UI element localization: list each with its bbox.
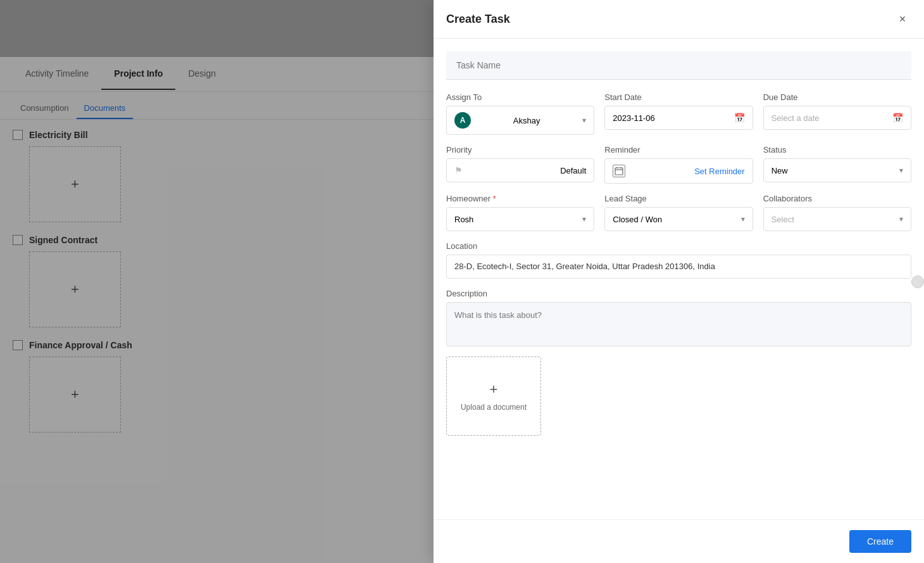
collaborators-placeholder: Select [771, 215, 794, 224]
close-button[interactable]: × [894, 10, 911, 28]
assign-to-label: Assign To [446, 92, 594, 102]
priority-group: Priority ⚑ Default [446, 145, 594, 184]
calendar-icon: 📅 [734, 113, 745, 123]
modal-header: Create Task × [434, 0, 924, 39]
start-date-label: Start Date [604, 92, 752, 102]
due-date-input[interactable]: Select a date 📅 [763, 106, 911, 130]
status-group: Status New ▾ [763, 145, 911, 184]
reminder-control[interactable]: Set Reminder [604, 158, 752, 184]
modal-overlay [0, 0, 434, 563]
description-textarea[interactable] [446, 302, 911, 346]
modal-body: Assign To A Akshay ▾ Start Date 2023-11-… [434, 39, 924, 519]
reminder-label: Reminder [604, 145, 752, 155]
lead-stage-value: Closed / Won [613, 215, 662, 224]
lead-stage-dropdown[interactable]: Closed / Won ▾ [604, 207, 752, 231]
lead-stage-label: Lead Stage [604, 194, 752, 203]
priority-label: Priority [446, 145, 594, 155]
priority-dropdown[interactable]: ⚑ Default [446, 158, 594, 182]
status-dropdown[interactable]: New ▾ [763, 158, 911, 182]
reminder-value[interactable]: Set Reminder [694, 167, 744, 176]
collaborators-dropdown[interactable]: Select ▾ [763, 207, 911, 231]
description-label: Description [446, 289, 911, 298]
form-row-2: Priority ⚑ Default Reminder [446, 145, 911, 184]
collaborators-chevron-icon: ▾ [899, 215, 903, 224]
status-value: New [771, 166, 788, 175]
status-label: Status [763, 145, 911, 155]
homeowner-group: Homeowner * Rosh ▾ [446, 194, 594, 231]
start-date-value: 2023-11-06 [613, 113, 655, 123]
lead-stage-group: Lead Stage Closed / Won ▾ [604, 194, 752, 231]
create-button[interactable]: Create [849, 530, 911, 553]
upload-plus-icon: + [490, 381, 498, 398]
scroll-indicator [911, 275, 924, 288]
upload-document-box[interactable]: + Upload a document [446, 357, 541, 436]
due-date-group: Due Date Select a date 📅 [763, 92, 911, 135]
reminder-icon [613, 165, 625, 177]
location-label: Location [446, 241, 911, 251]
due-date-label: Due Date [763, 92, 911, 102]
assign-to-value: Akshay [513, 116, 540, 125]
reminder-group: Reminder Set Reminder [604, 145, 752, 184]
avatar: A [454, 112, 471, 129]
start-date-group: Start Date 2023-11-06 📅 [604, 92, 752, 135]
svg-rect-0 [615, 168, 623, 175]
upload-label: Upload a document [461, 403, 527, 412]
homeowner-dropdown[interactable]: Rosh ▾ [446, 207, 594, 231]
collaborators-group: Collaborators Select ▾ [763, 194, 911, 231]
chevron-down-icon: ▾ [582, 116, 586, 125]
form-row-3: Homeowner * Rosh ▾ Lead Stage Closed / W… [446, 194, 911, 231]
location-value: 28-D, Ecotech-I, Sector 31, Greater Noid… [446, 255, 911, 279]
create-task-modal: Create Task × Assign To A Akshay ▾ Start… [434, 0, 924, 563]
priority-value: Default [560, 166, 586, 175]
modal-title: Create Task [446, 13, 510, 26]
start-date-input[interactable]: 2023-11-06 📅 [604, 106, 752, 130]
due-date-placeholder: Select a date [771, 113, 820, 123]
modal-footer: Create [434, 519, 924, 563]
location-section: Location 28-D, Ecotech-I, Sector 31, Gre… [446, 241, 911, 279]
description-group: Description [446, 289, 911, 346]
collaborators-label: Collaborators [763, 194, 911, 203]
status-chevron-icon: ▾ [899, 166, 903, 175]
homeowner-chevron-icon: ▾ [582, 215, 586, 224]
assign-to-group: Assign To A Akshay ▾ [446, 92, 594, 135]
location-group: Location 28-D, Ecotech-I, Sector 31, Gre… [446, 241, 911, 279]
homeowner-label: Homeowner * [446, 194, 594, 203]
task-name-input[interactable] [446, 51, 911, 80]
calendar-icon-due: 📅 [892, 113, 903, 123]
flag-icon: ⚑ [454, 165, 463, 175]
description-section: Description [446, 289, 911, 346]
assign-to-dropdown[interactable]: A Akshay ▾ [446, 106, 594, 135]
lead-stage-chevron-icon: ▾ [741, 215, 745, 224]
form-row-1: Assign To A Akshay ▾ Start Date 2023-11-… [446, 92, 911, 135]
homeowner-value: Rosh [454, 215, 473, 224]
